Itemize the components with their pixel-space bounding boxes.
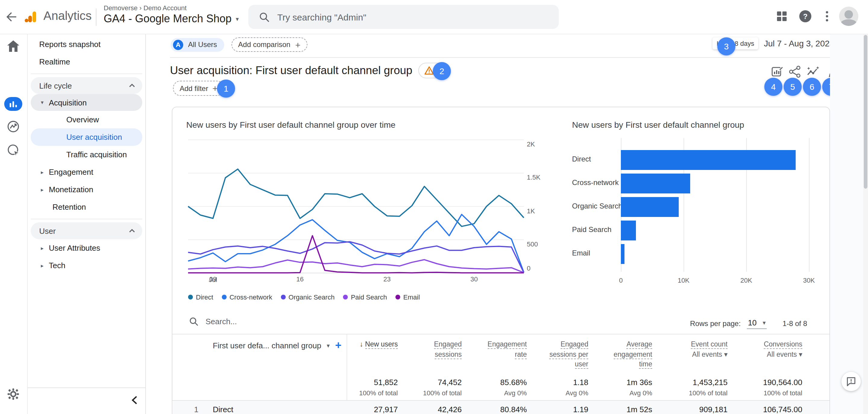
- totals-sub-label: 100% of total: [326, 389, 398, 396]
- bar-category-label: Cross-network: [572, 179, 623, 187]
- sidebar-item-user[interactable]: User: [31, 222, 142, 239]
- step-badge-5: 5: [784, 78, 802, 96]
- apps-grid-icon[interactable]: [777, 11, 786, 21]
- share-icon[interactable]: [789, 66, 801, 78]
- table-search-input[interactable]: Search...: [189, 317, 237, 326]
- y-tick-label: 2K: [527, 140, 535, 148]
- all-users-chip[interactable]: A All Users: [170, 38, 224, 52]
- bar-direct[interactable]: [621, 150, 796, 170]
- chevron-down-icon: ▾: [763, 319, 766, 326]
- top-bar: Analytics Demoverse › Demo Account GA4 -…: [0, 0, 868, 34]
- sidebar-item-traffic-acquisition[interactable]: Traffic acquisition: [31, 146, 142, 163]
- column-header-event-count[interactable]: Event countAll events ▾: [655, 339, 727, 359]
- advertising-icon[interactable]: [7, 144, 20, 157]
- feedback-icon: [846, 377, 856, 386]
- legend-dot: [281, 295, 285, 299]
- nav-divider: [31, 73, 142, 74]
- chart-edit-icon[interactable]: [772, 66, 784, 78]
- legend-item-cross-network[interactable]: Cross-network: [221, 293, 272, 301]
- totals-value: 74,452: [390, 378, 462, 387]
- triangle-right-icon: ▸: [36, 245, 49, 251]
- rows-per-page-select[interactable]: 10 ▾: [747, 318, 767, 329]
- column-header-average-engagement-time[interactable]: Averageengagementtime: [580, 339, 652, 369]
- ga4-analytics-app: Analytics Demoverse › Demo Account GA4 -…: [0, 0, 868, 414]
- legend-item-email[interactable]: Email: [396, 293, 420, 301]
- title-row: User acquisition: First user default cha…: [170, 63, 447, 78]
- legend-item-organic-search[interactable]: Organic Search: [281, 293, 335, 301]
- back-arrow-icon[interactable]: [5, 11, 17, 22]
- reports-icon[interactable]: [4, 97, 22, 111]
- column-header-engaged-sessions[interactable]: Engagedsessions: [390, 339, 462, 359]
- totals-sub-label: 100% of total: [390, 389, 462, 396]
- insights-icon[interactable]: [807, 66, 820, 78]
- sidebar-item-acquisition[interactable]: ▾Acquisition: [31, 94, 142, 111]
- all-users-label: All Users: [188, 40, 217, 49]
- sidebar-item-engagement[interactable]: ▸Engagement: [31, 163, 142, 181]
- event-filter-select[interactable]: All events ▾: [655, 349, 727, 359]
- explore-icon[interactable]: [7, 121, 19, 133]
- bar-x-tick-label: 10K: [672, 277, 695, 284]
- column-header-new-users[interactable]: ↓ New users: [326, 339, 398, 349]
- row-value: 1m 52s: [580, 405, 652, 414]
- scrollbar-thumb[interactable]: [864, 35, 867, 189]
- sidebar-item-monetization[interactable]: ▸Monetization: [31, 181, 142, 198]
- date-range-label: Jul 7 - Aug 3, 2023: [764, 38, 834, 48]
- plus-icon: +: [295, 39, 301, 50]
- overflow-menu-icon[interactable]: [824, 11, 831, 22]
- row-dimension: Direct: [213, 405, 233, 414]
- header-divider: [170, 57, 857, 58]
- bar-paid-search[interactable]: [621, 221, 636, 241]
- comparison-letter-badge: A: [173, 39, 183, 50]
- sidebar-item-reports-snapshot[interactable]: Reports snapshot: [31, 36, 142, 53]
- row-index: 1: [194, 405, 198, 414]
- legend-dot: [188, 295, 193, 299]
- sidebar-item-user-acquisition[interactable]: User acquisition: [31, 128, 142, 146]
- step-badge-2: 2: [433, 62, 451, 80]
- bar-x-tick-label: 30K: [797, 277, 821, 284]
- add-filter-label: Add filter: [180, 84, 208, 93]
- totals-sub-label: Avg 0%: [580, 389, 652, 396]
- sidebar-item-realtime[interactable]: Realtime: [31, 53, 142, 70]
- bar-x-tick-label: 20K: [734, 277, 758, 284]
- date-range-picker[interactable]: Last 28 days Jul 7 - Aug 3, 2023 ▾: [687, 37, 843, 50]
- add-comparison-button[interactable]: Add comparison +: [231, 37, 307, 52]
- dimension-header[interactable]: First user defa... channel group ▾ +: [213, 339, 341, 352]
- feedback-button[interactable]: [841, 372, 861, 391]
- home-icon[interactable]: [7, 40, 19, 52]
- totals-value: 1.18: [516, 378, 588, 387]
- sidebar-item-user-attributes[interactable]: ▸User Attributes: [31, 239, 142, 257]
- global-search-input[interactable]: Try searching "Admin": [248, 5, 559, 29]
- bar-cross-network[interactable]: [621, 173, 690, 193]
- sidebar-item-tech[interactable]: ▸Tech: [31, 257, 142, 274]
- add-comparison-label: Add comparison: [238, 40, 290, 49]
- sidebar-item-retention[interactable]: Retention: [31, 198, 142, 216]
- legend-item-paid-search[interactable]: Paid Search: [343, 293, 387, 301]
- line-chart: [188, 134, 524, 277]
- step-badge-1: 1: [217, 79, 235, 98]
- totals-value: 190,564.00: [730, 378, 802, 387]
- table-search-placeholder: Search...: [206, 317, 237, 326]
- sidebar-item-life-cycle[interactable]: Life cycle: [31, 77, 142, 94]
- help-icon[interactable]: ?: [799, 10, 811, 22]
- line-chart-legend: DirectCross-networkOrganic SearchPaid Se…: [188, 293, 420, 301]
- y-tick-label: 0: [527, 264, 530, 272]
- column-header-engaged-sessions-per-user[interactable]: Engagedsessions peruser: [516, 339, 588, 369]
- analytics-logo: [24, 10, 37, 24]
- row-value: 909,181: [655, 405, 727, 414]
- legend-item-direct[interactable]: Direct: [188, 293, 213, 301]
- property-selector[interactable]: GA4 - Google Merch Shop ▾: [104, 13, 239, 25]
- step-badge-4: 4: [764, 78, 782, 96]
- event-filter-select[interactable]: All events ▾: [730, 349, 802, 359]
- sidebar-item-overview[interactable]: Overview: [31, 111, 142, 128]
- breadcrumb[interactable]: Demoverse › Demo Account: [104, 4, 187, 11]
- totals-value: 1m 36s: [580, 378, 652, 387]
- svg-text:?: ?: [803, 12, 808, 21]
- chevron-left-icon: [131, 396, 137, 404]
- avatar[interactable]: [839, 7, 858, 26]
- bar-organic-search[interactable]: [621, 197, 678, 217]
- column-header-conversions[interactable]: ConversionsAll events ▾: [730, 339, 802, 359]
- bar-email[interactable]: [621, 244, 624, 264]
- add-filter-button[interactable]: Add filter +: [173, 81, 224, 96]
- gear-icon[interactable]: [7, 388, 19, 400]
- collapse-sidebar-button[interactable]: [127, 393, 142, 407]
